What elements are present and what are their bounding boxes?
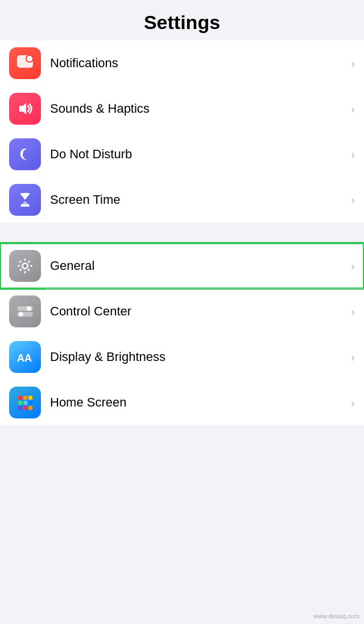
screentime-label: Screen Time: [50, 192, 346, 207]
svg-marker-3: [19, 103, 26, 114]
svg-rect-29: [28, 406, 32, 410]
svg-rect-27: [18, 406, 22, 410]
notifications-icon: [9, 47, 41, 79]
settings-row-screentime[interactable]: Screen Time ›: [0, 177, 364, 223]
svg-rect-11: [30, 265, 32, 267]
svg-rect-10: [18, 265, 20, 267]
page-header: Settings: [0, 0, 364, 40]
settings-row-display[interactable]: AA Display & Brightness ›: [0, 334, 364, 380]
dnd-icon: [9, 138, 41, 170]
svg-point-2: [27, 56, 32, 61]
svg-rect-5: [20, 204, 30, 207]
settings-group-1: Notifications › Sounds & Haptics › Do No…: [0, 40, 364, 223]
watermark: www.deuaq.com: [313, 613, 359, 619]
svg-rect-4: [20, 193, 30, 195]
notifications-chevron: ›: [351, 57, 355, 70]
screentime-icon: [9, 184, 41, 216]
notifications-label: Notifications: [50, 56, 346, 71]
svg-text:AA: AA: [17, 352, 32, 364]
svg-rect-23: [28, 396, 32, 400]
display-chevron: ›: [351, 351, 355, 364]
homescreen-label: Home Screen: [50, 395, 346, 410]
page-title: Settings: [0, 0, 364, 40]
homescreen-chevron: ›: [351, 396, 355, 409]
svg-rect-28: [23, 406, 27, 410]
settings-row-homescreen[interactable]: Home Screen ›: [0, 380, 364, 425]
settings-row-general[interactable]: General ›: [0, 243, 364, 289]
display-icon: AA: [9, 341, 41, 373]
screentime-chevron: ›: [351, 194, 355, 207]
svg-point-19: [19, 312, 23, 317]
settings-row-notifications[interactable]: Notifications ›: [0, 40, 364, 86]
controlcenter-chevron: ›: [351, 305, 355, 318]
svg-rect-22: [23, 396, 27, 400]
svg-rect-14: [19, 269, 22, 272]
sounds-label: Sounds & Haptics: [50, 101, 346, 116]
controlcenter-label: Control Center: [50, 304, 346, 319]
sounds-icon: [9, 93, 41, 125]
svg-rect-25: [23, 401, 27, 405]
general-icon: [9, 250, 41, 282]
svg-rect-13: [27, 269, 30, 272]
dnd-chevron: ›: [351, 148, 355, 161]
svg-rect-9: [24, 271, 26, 273]
settings-row-sounds[interactable]: Sounds & Haptics ›: [0, 86, 364, 132]
display-label: Display & Brightness: [50, 350, 346, 364]
svg-rect-26: [28, 401, 32, 405]
dnd-label: Do Not Disturb: [50, 147, 346, 162]
general-label: General: [50, 258, 346, 273]
svg-rect-24: [18, 401, 22, 405]
settings-group-2: General › Control Center › AA Display & …: [0, 243, 364, 425]
homescreen-icon: [9, 387, 41, 418]
general-chevron: ›: [351, 260, 355, 273]
settings-row-controlcenter[interactable]: Control Center ›: [0, 289, 364, 334]
settings-row-dnd[interactable]: Do Not Disturb ›: [0, 132, 364, 177]
svg-point-17: [27, 306, 31, 311]
svg-rect-8: [24, 258, 26, 261]
svg-rect-21: [18, 396, 22, 400]
sounds-chevron: ›: [351, 102, 355, 116]
group-divider: [0, 223, 364, 243]
controlcenter-icon: [9, 295, 41, 327]
